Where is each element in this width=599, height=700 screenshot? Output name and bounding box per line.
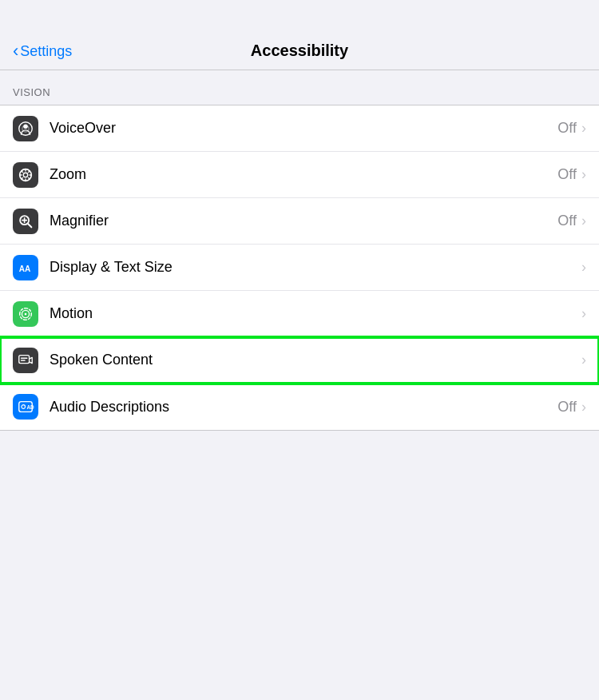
voiceover-value: Off (557, 120, 577, 137)
svg-line-11 (28, 170, 30, 172)
row-display-text-size[interactable]: AA Display & Text Size › (0, 245, 599, 291)
audio-descriptions-chevron: › (581, 399, 586, 416)
spoken-content-icon (13, 348, 38, 373)
motion-icon (13, 301, 38, 327)
svg-line-12 (22, 177, 23, 179)
navigation-bar: ‹ Settings Accessibility (0, 0, 599, 70)
audio-descriptions-label: Audio Descriptions (50, 399, 557, 416)
back-label: Settings (20, 43, 72, 60)
motion-chevron: › (581, 305, 586, 322)
svg-line-14 (28, 223, 32, 227)
row-spoken-content[interactable]: Spoken Content › (0, 337, 599, 384)
voiceover-icon (13, 116, 38, 141)
svg-point-1 (23, 124, 28, 129)
magnifier-label: Magnifier (50, 213, 557, 229)
audio-descriptions-value: Off (557, 399, 577, 416)
display-text-icon: AA (13, 255, 38, 280)
svg-point-4 (23, 173, 28, 177)
voiceover-chevron: › (581, 120, 586, 137)
row-motion[interactable]: Motion › (0, 291, 599, 337)
svg-rect-20 (19, 355, 30, 363)
svg-text:AA: AA (19, 264, 31, 272)
magnifier-icon (13, 209, 38, 234)
spoken-content-label: Spoken Content (50, 352, 581, 368)
svg-text:AD: AD (26, 404, 34, 410)
svg-point-19 (25, 312, 27, 315)
motion-label: Motion (50, 305, 581, 322)
svg-line-10 (28, 177, 30, 179)
magnifier-chevron: › (581, 213, 586, 229)
page-title: Accessibility (251, 42, 348, 60)
zoom-label: Zoom (50, 166, 557, 183)
voiceover-label: VoiceOver (50, 120, 557, 137)
back-chevron-icon: ‹ (13, 42, 18, 60)
svg-line-9 (22, 170, 23, 172)
zoom-chevron: › (581, 166, 586, 183)
row-voiceover[interactable]: VoiceOver Off › (0, 105, 599, 152)
display-text-label: Display & Text Size (50, 259, 581, 276)
svg-point-24 (22, 405, 26, 409)
row-zoom[interactable]: Zoom Off › (0, 152, 599, 198)
zoom-value: Off (557, 166, 577, 183)
magnifier-value: Off (557, 213, 577, 229)
row-magnifier[interactable]: Magnifier Off › (0, 198, 599, 245)
audio-descriptions-icon: AD (13, 394, 38, 420)
zoom-icon (13, 162, 38, 188)
spoken-content-chevron: › (581, 352, 586, 368)
row-audio-descriptions[interactable]: AD Audio Descriptions Off › (0, 384, 599, 430)
display-text-chevron: › (581, 259, 586, 276)
section-header-vision: VISION (0, 70, 599, 105)
settings-list: VoiceOver Off › Zoom Off › (0, 105, 599, 431)
back-button[interactable]: ‹ Settings (13, 42, 72, 60)
